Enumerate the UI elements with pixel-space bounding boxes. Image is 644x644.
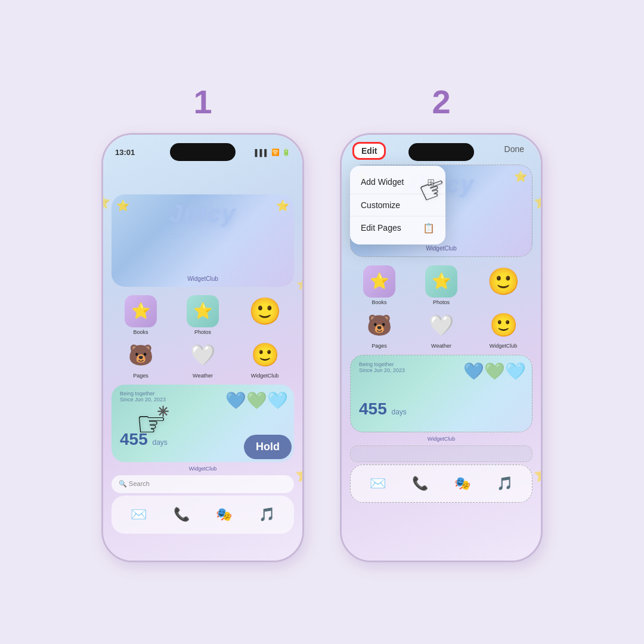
star-deco-right-4: ⭐ (534, 466, 543, 483)
photos-label-1: Photos (194, 329, 211, 335)
status-icons-1: ▌▌▌ 🛜 🔋 (255, 148, 290, 156)
search-bar-1[interactable]: 🔍 Search (112, 475, 294, 493)
widget-star-deco-2: ⭐ (276, 199, 289, 212)
weather-icon-2: 🤍 (425, 309, 457, 341)
app-widgetclub-smiley-1[interactable]: 🙂 (236, 295, 294, 335)
app-photos-1[interactable]: ⭐ Photos (174, 295, 232, 335)
widgetclub-icon-1: 🙂 (249, 339, 281, 371)
widgetclub-label-2: WidgetClub (490, 343, 518, 349)
weather-label-1: Weather (193, 373, 213, 379)
dock-music-1[interactable]: 🎵 (253, 501, 280, 528)
app-pages-2[interactable]: 🐻 Pages (350, 309, 408, 349)
main-widget-1: Juicy ⭐ ⭐ WidgetClub (112, 194, 294, 287)
edit-pages-item[interactable]: Edit Pages 📋 (350, 216, 445, 240)
smiley-icon-2: 🙂 (487, 265, 519, 298)
wifi-icon: 🛜 (271, 148, 280, 156)
step-1: 1 13:01 ▌▌▌ 🛜 🔋 Juicy ⭐ (101, 82, 304, 562)
pages-icon-1: 🐻 (125, 339, 157, 371)
dock-music-2[interactable]: 🎵 (492, 470, 518, 497)
widget-1-credit: WidgetClub (187, 275, 218, 282)
app-books-1[interactable]: ⭐ Books (112, 295, 170, 335)
love-hearts-deco: 💙💚🩵 (225, 391, 288, 410)
app-pages-1[interactable]: 🐻 Pages (112, 339, 170, 379)
books-icon-2: ⭐ (363, 265, 395, 298)
star-deco-right-1: ⭐ (296, 278, 304, 291)
signal-icon: ▌▌▌ (255, 149, 269, 156)
edit-placeholder-bar (350, 445, 532, 462)
love-widget-2: Being together Since Jun 20, 2023 455 da… (350, 355, 532, 432)
widget-2-credit: WidgetClub (426, 245, 457, 252)
dock-mail-1[interactable]: ✉️ (126, 501, 152, 528)
star-deco-right-3: ⭐ (534, 194, 543, 210)
battery-icon: 🔋 (282, 148, 290, 156)
status-time-1: 13:01 (115, 148, 135, 157)
photos-icon-2: ⭐ (425, 265, 457, 298)
widget-star-deco-4: ⭐ (514, 170, 527, 183)
app-books-2[interactable]: ⭐ Books (350, 265, 408, 305)
dock-phone-1[interactable]: 📞 (168, 501, 194, 528)
books-label-1: Books (133, 329, 148, 335)
app-weather-1[interactable]: 🤍 Weather (174, 339, 232, 379)
widget-club-credit-1: WidgetClub (103, 466, 302, 472)
phone-2: Edit Done Add Widget ⊞ Customize Edit Pa… (340, 133, 543, 562)
search-text-1: 🔍 Search (119, 480, 150, 488)
star-deco-right-2: ⭐ (295, 466, 304, 483)
widgetclub-icon-2: 🙂 (487, 309, 519, 341)
widget-club-credit-2: WidgetClub (342, 436, 541, 442)
weather-label-2: Weather (431, 343, 451, 349)
hand-cursor-1: ☞ (136, 404, 167, 444)
star-deco-left-1: ⭐ (101, 194, 110, 210)
app-photos-2[interactable]: ⭐ Photos (412, 265, 470, 305)
smiley-icon-1: 🙂 (249, 295, 281, 327)
love-days-2: 455 days (359, 400, 407, 419)
widget-star-deco-1: ⭐ (116, 199, 129, 212)
step-1-number: 1 (193, 82, 212, 121)
love-hearts-deco-2: 💙💚🩵 (463, 361, 526, 381)
pages-label-1: Pages (133, 373, 148, 379)
done-button[interactable]: Done (499, 142, 530, 160)
books-icon-1: ⭐ (125, 295, 157, 327)
photos-icon-1: ⭐ (187, 295, 219, 327)
books-label-2: Books (371, 299, 386, 305)
dynamic-island-1 (170, 143, 236, 161)
edit-button[interactable]: Edit (352, 142, 386, 160)
app-grid-2: ⭐ Books ⭐ Photos 🙂 🐻 Pages (350, 265, 532, 349)
phone-1: 13:01 ▌▌▌ 🛜 🔋 Juicy ⭐ ⭐ WidgetClub (101, 133, 304, 562)
photos-label-2: Photos (433, 299, 450, 305)
step-2-number: 2 (432, 82, 450, 121)
hold-badge: Hold (244, 435, 292, 459)
edit-pages-icon: 📋 (423, 222, 435, 234)
pages-icon-2: 🐻 (363, 309, 395, 341)
app-smiley-2[interactable]: 🙂 (474, 265, 532, 305)
dock-app3-2[interactable]: 🎭 (450, 470, 476, 497)
step-2: 2 Edit Done Add Widget ⊞ Customize (340, 82, 543, 562)
app-weather-2[interactable]: 🤍 Weather (412, 309, 470, 349)
pages-label-2: Pages (371, 343, 387, 349)
juicy-text-1: Juicy (169, 200, 236, 227)
widgetclub-label-1: WidgetClub (251, 373, 279, 379)
app-widgetclub-1[interactable]: 🙂 WidgetClub (236, 339, 294, 379)
dock-phone-2[interactable]: 📞 (407, 470, 434, 497)
phone-2-screen: Edit Done Add Widget ⊞ Customize Edit Pa… (342, 135, 541, 511)
weather-icon-1: 🤍 (187, 339, 219, 371)
main-container: 1 13:01 ▌▌▌ 🛜 🔋 Juicy ⭐ (83, 64, 561, 580)
dock-mail-2[interactable]: ✉️ (365, 470, 391, 497)
dock-1: ✉️ 📞 🎭 🎵 (112, 496, 294, 534)
dock-2: ✉️ 📞 🎭 🎵 (350, 465, 532, 503)
app-grid-1: ⭐ Books ⭐ Photos 🙂 🐻 (112, 295, 294, 379)
dynamic-island-2 (408, 143, 474, 161)
phone-1-screen: 13:01 ▌▌▌ 🛜 🔋 Juicy ⭐ ⭐ WidgetClub (103, 135, 302, 542)
app-widgetclub-2[interactable]: 🙂 WidgetClub (474, 309, 532, 349)
dock-app3-1[interactable]: 🎭 (211, 501, 237, 528)
